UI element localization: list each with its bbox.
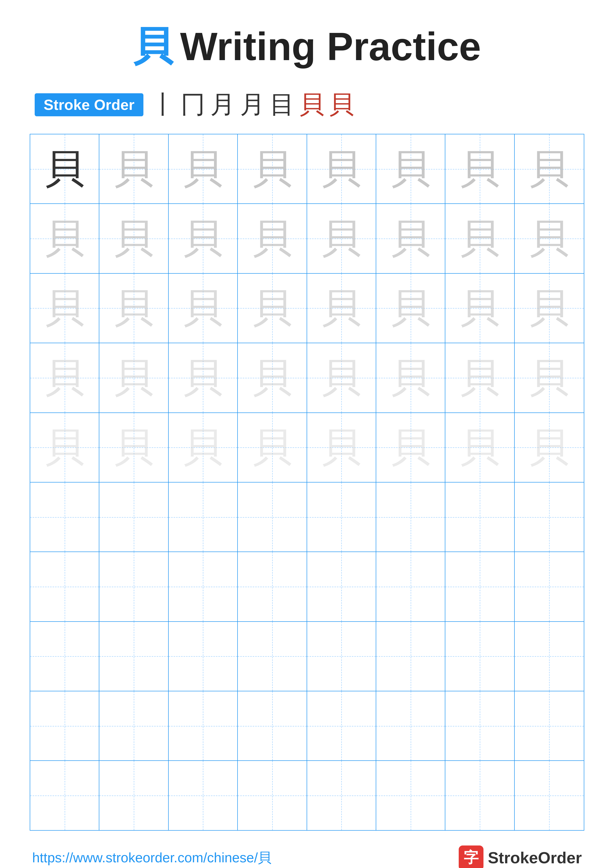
grid-cell[interactable] [238, 622, 307, 691]
practice-char: 貝 [307, 204, 376, 273]
grid-cell[interactable]: 貝 [515, 274, 584, 343]
grid-cell[interactable] [515, 761, 584, 830]
grid-cell[interactable]: 貝 [515, 343, 584, 412]
grid-cell[interactable]: 貝 [515, 413, 584, 482]
grid-cell[interactable] [238, 552, 307, 621]
page-title: 貝 Writing Practice [30, 20, 584, 73]
grid-cell[interactable]: 貝 [376, 413, 445, 482]
grid-cell[interactable] [445, 552, 515, 621]
grid-cell[interactable]: 貝 [238, 343, 307, 412]
grid-cell[interactable]: 貝 [445, 204, 515, 273]
grid-cell[interactable]: 貝 [445, 134, 515, 203]
stroke-order-section: Stroke Order 丨 冂 月 月 目 貝 貝 [30, 88, 584, 121]
grid-cell[interactable] [307, 622, 376, 691]
practice-char: 貝 [376, 274, 445, 343]
grid-cell[interactable] [445, 482, 515, 552]
grid-row [30, 691, 584, 761]
stroke-step-1: 丨 [151, 88, 176, 121]
grid-cell[interactable] [30, 691, 99, 760]
grid-cell[interactable] [515, 622, 584, 691]
grid-cell[interactable] [169, 552, 238, 621]
grid-cell[interactable]: 貝 [445, 343, 515, 412]
practice-char: 貝 [169, 343, 237, 412]
grid-cell[interactable]: 貝 [445, 413, 515, 482]
grid-cell[interactable] [376, 761, 445, 830]
grid-cell[interactable]: 貝 [238, 274, 307, 343]
grid-cell[interactable]: 貝 [99, 274, 168, 343]
grid-cell[interactable] [376, 691, 445, 760]
grid-cell[interactable]: 貝 [445, 274, 515, 343]
grid-cell[interactable]: 貝 [307, 134, 376, 203]
grid-cell[interactable] [238, 482, 307, 552]
grid-cell[interactable] [99, 552, 168, 621]
grid-cell[interactable]: 貝 [99, 413, 168, 482]
grid-cell[interactable]: 貝 [99, 343, 168, 412]
grid-cell[interactable] [99, 691, 168, 760]
grid-cell[interactable] [30, 761, 99, 830]
grid-cell[interactable] [445, 622, 515, 691]
practice-char: 貝 [99, 413, 168, 482]
grid-cell[interactable] [307, 482, 376, 552]
grid-cell[interactable] [99, 482, 168, 552]
practice-char: 貝 [30, 274, 99, 343]
grid-cell[interactable] [515, 552, 584, 621]
grid-cell[interactable]: 貝 [515, 134, 584, 203]
grid-cell[interactable] [307, 761, 376, 830]
grid-cell[interactable]: 貝 [376, 343, 445, 412]
grid-cell[interactable] [238, 761, 307, 830]
grid-cell[interactable] [30, 482, 99, 552]
stroke-order-badge: Stroke Order [35, 93, 143, 116]
grid-cell[interactable]: 貝 [99, 204, 168, 273]
grid-cell[interactable] [515, 691, 584, 760]
grid-cell[interactable]: 貝 [307, 413, 376, 482]
grid-cell[interactable]: 貝 [515, 204, 584, 273]
grid-cell[interactable]: 貝 [376, 134, 445, 203]
grid-cell[interactable] [307, 691, 376, 760]
grid-cell[interactable]: 貝 [30, 204, 99, 273]
practice-char: 貝 [515, 343, 584, 412]
footer-url[interactable]: https://www.strokeorder.com/chinese/貝 [32, 849, 272, 867]
practice-char: 貝 [307, 134, 376, 203]
grid-cell[interactable]: 貝 [238, 134, 307, 203]
grid-cell[interactable] [99, 761, 168, 830]
practice-char: 貝 [238, 204, 306, 273]
title-english-text: Writing Practice [180, 24, 481, 69]
grid-cell[interactable] [445, 761, 515, 830]
grid-cell[interactable] [307, 552, 376, 621]
grid-cell[interactable]: 貝 [376, 204, 445, 273]
grid-cell[interactable] [376, 482, 445, 552]
grid-cell[interactable]: 貝 [169, 204, 238, 273]
grid-cell[interactable]: 貝 [307, 274, 376, 343]
grid-cell[interactable]: 貝 [307, 343, 376, 412]
grid-cell[interactable] [30, 622, 99, 691]
grid-cell[interactable] [515, 482, 584, 552]
grid-cell[interactable]: 貝 [169, 343, 238, 412]
practice-char: 貝 [307, 274, 376, 343]
grid-cell[interactable] [169, 622, 238, 691]
grid-cell[interactable]: 貝 [30, 413, 99, 482]
grid-cell[interactable]: 貝 [30, 274, 99, 343]
grid-cell[interactable]: 貝 [169, 413, 238, 482]
grid-cell[interactable]: 貝 [30, 343, 99, 412]
grid-cell[interactable] [169, 761, 238, 830]
grid-row: 貝 貝 貝 貝 貝 貝 貝 貝 [30, 134, 584, 204]
grid-cell[interactable] [99, 622, 168, 691]
grid-cell[interactable]: 貝 [169, 134, 238, 203]
grid-row: 貝 貝 貝 貝 貝 貝 貝 貝 [30, 204, 584, 273]
grid-cell[interactable]: 貝 [30, 134, 99, 203]
grid-cell[interactable]: 貝 [169, 274, 238, 343]
grid-cell[interactable]: 貝 [99, 134, 168, 203]
grid-cell[interactable]: 貝 [376, 274, 445, 343]
grid-cell[interactable] [376, 622, 445, 691]
grid-cell[interactable] [30, 552, 99, 621]
grid-cell[interactable] [238, 691, 307, 760]
grid-cell[interactable]: 貝 [307, 204, 376, 273]
grid-cell[interactable] [169, 482, 238, 552]
grid-cell[interactable] [445, 691, 515, 760]
stroke-step-5: 目 [270, 88, 294, 121]
practice-char: 貝 [445, 134, 514, 203]
grid-cell[interactable] [169, 691, 238, 760]
grid-cell[interactable]: 貝 [238, 204, 307, 273]
grid-cell[interactable] [376, 552, 445, 621]
grid-cell[interactable]: 貝 [238, 413, 307, 482]
